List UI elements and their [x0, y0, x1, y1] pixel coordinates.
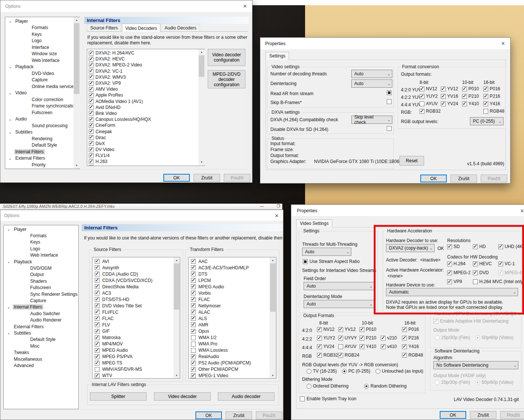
apply-button[interactable]: Použít: [481, 175, 507, 182]
radio-option[interactable]: 25p/30p (Film): [435, 335, 470, 340]
radio-option[interactable]: 50p/60p (Video): [475, 335, 513, 340]
radio-option[interactable]: 50p/60p (Video): [475, 380, 513, 385]
tree-item[interactable]: ⌄ Player: [4, 226, 78, 232]
tree-item[interactable]: ⌄ DVD/OGM: [4, 265, 78, 271]
scroll-up-icon[interactable]: ▲: [73, 17, 80, 23]
cancel-button[interactable]: Zrušit: [470, 411, 496, 419]
tree-item[interactable]: ⌄ Sync Renderer Settings: [4, 291, 78, 297]
tree-item[interactable]: ⌄ Subtitles: [4, 330, 78, 336]
filter-item[interactable]: AC3/E-AC3/TrueHD/MLP: [189, 264, 276, 271]
format-checkbox[interactable]: Y416: [483, 101, 500, 106]
tree-item[interactable]: ⌄ Playback: [4, 258, 78, 265]
tree-item[interactable]: ⌄ Sound processing: [5, 122, 79, 129]
filter-item[interactable]: AC3: [92, 290, 180, 296]
filter-item[interactable]: DXVA2: VP9: [87, 80, 204, 86]
format-checkbox[interactable]: YV12: [338, 327, 355, 332]
filter-item[interactable]: MPEG Audio: [189, 283, 276, 290]
tree-item[interactable]: ⌄ Window size: [5, 51, 79, 57]
scrollbar-thumb[interactable]: [199, 55, 204, 77]
filter-item[interactable]: CDXA (VCD/SVCD/XCD): [92, 277, 180, 283]
filter-item[interactable]: Other PCM/ADPCM: [189, 366, 276, 373]
filter-item[interactable]: Avisynth: [92, 264, 180, 271]
scroll-down-icon[interactable]: ▼: [173, 373, 180, 378]
cancel-button[interactable]: Zrušit: [451, 175, 477, 182]
codec-checkbox[interactable]: VP9: [447, 279, 472, 284]
list-scrollbar[interactable]: ▲ ▼: [270, 257, 276, 378]
format-checkbox[interactable]: RGB24: [338, 352, 359, 358]
filter-item[interactable]: WMV/ASF/DVR-MS: [92, 366, 180, 373]
apply-button[interactable]: Použít: [256, 411, 282, 419]
filter-item[interactable]: Matroska: [92, 335, 180, 341]
tree-item[interactable]: ⌄ Keys: [4, 239, 78, 245]
tree-item[interactable]: ⌄ Fullscreen: [5, 109, 79, 116]
format-checkbox[interactable]: YV12: [441, 86, 458, 91]
filter-item[interactable]: WMA Pro: [189, 341, 276, 347]
tree-item[interactable]: ⌄ External Filters: [5, 155, 79, 162]
audio-decoder-button[interactable]: Audio decoder: [218, 392, 274, 401]
tree-item[interactable]: ⌄ Online media services: [5, 83, 79, 90]
filter-item[interactable]: MP4/MOV: [92, 341, 180, 347]
tree-item[interactable]: ⌄ Default Style: [5, 142, 79, 149]
filter-item[interactable]: ALAC: [189, 309, 276, 315]
format-checkbox[interactable]: Y410: [462, 101, 479, 106]
filter-item[interactable]: AMV Video: [87, 86, 204, 92]
tab[interactable]: Audio Decoders: [161, 24, 200, 31]
filter-item[interactable]: Apple ProRes: [87, 92, 204, 98]
scroll-up-icon[interactable]: ▲: [198, 49, 205, 55]
format-checkbox[interactable]: AYUV: [420, 101, 438, 106]
radio-option[interactable]: 25p/30p (Film): [435, 380, 470, 385]
format-checkbox[interactable]: RGB48: [402, 352, 423, 358]
tab-video-settings[interactable]: Video Settings: [296, 219, 332, 228]
format-checkbox[interactable]: v410: [381, 344, 397, 349]
list-scrollbar[interactable]: ▲ ▼: [173, 257, 180, 378]
format-checkbox[interactable]: UYVY: [338, 335, 357, 341]
resolution-checkbox[interactable]: SD: [447, 244, 472, 249]
codec-checkbox[interactable]: HEVC: [473, 261, 498, 266]
tree-scrollbar[interactable]: ▲ ▼: [73, 17, 80, 168]
filter-item[interactable]: Cinepak: [87, 128, 204, 134]
format-checkbox[interactable]: v210: [381, 335, 397, 341]
video-decoder-button[interactable]: Video decoder: [154, 392, 211, 401]
close-icon[interactable]: ✕: [273, 213, 280, 219]
apply-button[interactable]: Použít: [224, 174, 250, 182]
adaptive-hw-deint-checkbox[interactable]: Enable Adaptive HW Deinterlacing: [433, 319, 508, 324]
tree-item[interactable]: ⌄ Formats: [4, 232, 78, 239]
tree-item[interactable]: ⌄ Fullscreen: [4, 285, 78, 291]
dxva-compat-select[interactable]: Skip level check ⌄: [351, 116, 392, 124]
format-checkbox[interactable]: Y416: [402, 344, 419, 349]
filter-item[interactable]: DXVA2: H.264/AVC: [87, 50, 204, 56]
deinterlacing-mode-select[interactable]: Auto ⌄: [304, 300, 374, 308]
filter-item[interactable]: FLAC: [92, 315, 180, 322]
filter-item[interactable]: FLV1/4: [87, 153, 204, 159]
title-bar[interactable]: [291, 205, 524, 216]
filter-item[interactable]: MPEG PS/PVA: [92, 354, 180, 360]
filter-item[interactable]: Dirac: [87, 135, 204, 141]
system-tray-checkbox[interactable]: Enable System Tray Icon: [300, 396, 356, 401]
splitter-button[interactable]: Splitter: [90, 392, 147, 401]
filter-item[interactable]: MPEG Audio: [92, 347, 180, 354]
filter-item[interactable]: AAC: [189, 258, 276, 264]
filter-item[interactable]: DV Video: [87, 147, 204, 153]
format-checkbox[interactable]: YUY2: [317, 335, 335, 341]
cancel-button[interactable]: Zrušit: [194, 174, 220, 182]
codec-checkbox[interactable]: MPEG-4: [498, 270, 524, 275]
tree-item[interactable]: ⌄ Logo: [4, 245, 78, 252]
filter-item[interactable]: DTS: [189, 271, 276, 277]
threads-select[interactable]: Auto ⌄: [351, 70, 392, 78]
video-decoder-config-button[interactable]: Video decoder configuration: [208, 49, 245, 66]
tree-item[interactable]: ⌄ Capture: [5, 77, 79, 84]
filter-item[interactable]: FLV: [92, 322, 180, 328]
tree-item[interactable]: ⌄ Color correction: [5, 96, 79, 103]
field-order-select[interactable]: Auto ⌄: [304, 282, 374, 290]
hw-device-select[interactable]: Automatic ⌄: [386, 288, 518, 296]
filter-item[interactable]: DXVA2: MPEG-2 Video: [87, 62, 204, 68]
scroll-down-icon[interactable]: ▼: [73, 163, 80, 168]
disable-dxva-sd-checkbox[interactable]: [387, 126, 392, 132]
format-checkbox[interactable]: P016: [402, 327, 419, 332]
scrollbar-thumb[interactable]: [74, 23, 79, 94]
filter-item[interactable]: WMA 1/2: [189, 335, 276, 341]
format-checkbox[interactable]: YV24: [441, 101, 458, 106]
tree-item[interactable]: ⌄ Tweaks: [4, 349, 78, 355]
tree-item[interactable]: ⌄ Audio Switcher: [4, 310, 78, 317]
scroll-up-icon[interactable]: ▲: [270, 257, 276, 263]
